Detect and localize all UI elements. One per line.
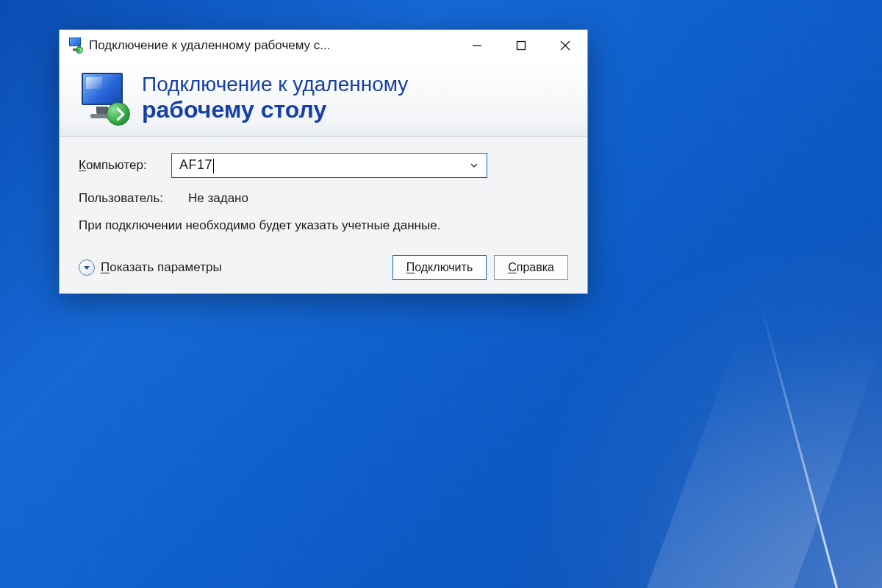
credentials-hint: При подключении необходимо будет указать…	[79, 218, 568, 234]
banner-line2: рабочему столу	[142, 96, 408, 123]
dialog-body: Компьютер: AF17 Пользователь: Не задано …	[60, 137, 587, 293]
user-value: Не задано	[188, 191, 248, 206]
chevron-down-icon[interactable]	[466, 154, 482, 177]
close-button[interactable]	[543, 30, 587, 61]
window-title: Подключение к удаленному рабочему с...	[89, 38, 331, 53]
minimize-button[interactable]	[455, 30, 499, 61]
rdp-app-icon	[67, 37, 83, 54]
computer-combobox[interactable]: AF17	[171, 153, 487, 178]
svg-rect-1	[517, 42, 526, 50]
help-button[interactable]: Справка	[494, 255, 568, 280]
banner-line1: Подключение к удаленному	[142, 73, 408, 96]
rdp-dialog: Подключение к удаленному рабочему с... П…	[59, 29, 588, 294]
connect-button[interactable]: Подключить	[392, 255, 487, 280]
header-banner: Подключение к удаленному рабочему столу	[60, 61, 587, 137]
show-options-toggle[interactable]: Показать параметры	[79, 259, 222, 276]
rdp-large-icon	[76, 71, 129, 124]
computer-label: Компьютер:	[79, 158, 161, 173]
maximize-button[interactable]	[499, 30, 543, 61]
user-label: Пользователь:	[79, 191, 163, 206]
titlebar[interactable]: Подключение к удаленному рабочему с...	[60, 30, 587, 61]
computer-value: AF17	[179, 157, 212, 172]
expand-chevron-icon	[79, 259, 95, 276]
svg-marker-4	[84, 266, 90, 270]
show-options-label: Показать параметры	[101, 260, 222, 275]
